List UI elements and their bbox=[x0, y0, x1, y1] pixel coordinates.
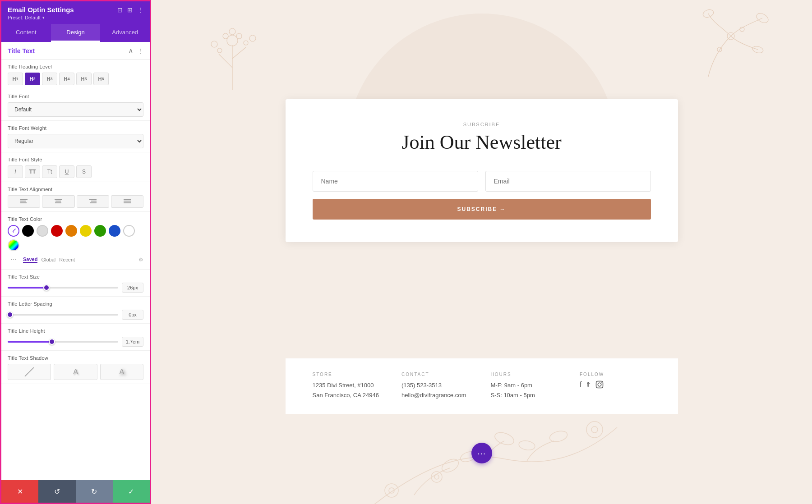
svg-point-19 bbox=[236, 33, 242, 39]
svg-rect-8 bbox=[90, 202, 97, 203]
color-tab-global[interactable]: Global bbox=[41, 257, 55, 262]
title-text-shadow-label: Title Text Shadow bbox=[8, 355, 143, 361]
heading-h4-btn[interactable]: H4 bbox=[59, 73, 74, 85]
color-swatches-row bbox=[8, 225, 143, 251]
title-text-size-group: Title Text Size 26px bbox=[1, 270, 150, 297]
follow-title: FOLLOW bbox=[580, 372, 651, 377]
color-yellow[interactable] bbox=[80, 225, 92, 237]
undo-button[interactable]: ↺ bbox=[38, 480, 75, 503]
underline-btn[interactable]: U bbox=[59, 165, 74, 178]
tab-advanced[interactable]: Advanced bbox=[100, 24, 150, 42]
more-options-icon[interactable]: ⋮ bbox=[137, 6, 143, 14]
title-font-weight-group: Title Font Weight Regular Bold Light bbox=[1, 121, 150, 152]
tab-design[interactable]: Design bbox=[51, 24, 101, 42]
line-height-track[interactable] bbox=[8, 341, 118, 343]
shadow-style1-btn[interactable]: A bbox=[54, 364, 97, 380]
title-font-weight-label: Title Font Weight bbox=[8, 125, 143, 131]
heading-h1-btn[interactable]: H1 bbox=[8, 73, 23, 85]
title-alignment-group: Title Text Alignment bbox=[1, 182, 150, 212]
tab-content[interactable]: Content bbox=[1, 24, 51, 42]
strikethrough-btn[interactable]: S bbox=[76, 165, 92, 178]
svg-point-40 bbox=[431, 472, 442, 482]
store-title: STORE bbox=[313, 372, 384, 377]
letter-spacing-track[interactable] bbox=[8, 314, 118, 316]
heading-h2-btn[interactable]: H2 bbox=[25, 73, 40, 85]
color-custom[interactable] bbox=[8, 239, 19, 251]
capitalize-btn[interactable]: Tt bbox=[42, 165, 57, 178]
section-more-icon[interactable]: ⋮ bbox=[137, 47, 143, 55]
shadow-preview-row: A A bbox=[8, 364, 143, 380]
shadow-none-btn[interactable] bbox=[8, 364, 51, 380]
redo-button[interactable]: ↻ bbox=[76, 480, 113, 503]
heading-h6-btn[interactable]: H6 bbox=[93, 73, 109, 85]
line-height-value[interactable]: 1.7em bbox=[122, 337, 143, 347]
svg-rect-7 bbox=[91, 201, 97, 202]
email-card: SUBSCRIBE Join Our Newsletter SUBSCRIBE … bbox=[286, 99, 678, 242]
svg-rect-4 bbox=[55, 201, 61, 202]
panel-title: Email Optin Settings bbox=[8, 6, 74, 14]
italic-btn[interactable]: I bbox=[8, 165, 23, 178]
floral-top-left bbox=[187, 9, 277, 99]
heading-h3-btn[interactable]: H3 bbox=[42, 73, 57, 85]
shadow-style2-btn[interactable]: A bbox=[100, 364, 143, 380]
svg-rect-5 bbox=[55, 202, 61, 203]
preset-arrow: ▾ bbox=[42, 15, 45, 20]
color-green[interactable] bbox=[94, 225, 106, 237]
title-font-weight-select[interactable]: Regular Bold Light bbox=[8, 134, 143, 148]
title-font-group: Title Font Default Arial Georgia bbox=[1, 89, 150, 121]
align-center-btn[interactable] bbox=[42, 195, 74, 208]
fab-button[interactable]: ··· bbox=[471, 443, 492, 463]
color-orange[interactable] bbox=[65, 225, 77, 237]
color-tab-recent[interactable]: Recent bbox=[59, 257, 75, 262]
title-text-size-label: Title Text Size bbox=[8, 274, 143, 279]
title-line-height-label: Title Line Height bbox=[8, 328, 143, 334]
color-more-dots[interactable]: ··· bbox=[8, 254, 19, 266]
svg-rect-10 bbox=[124, 201, 131, 202]
color-black[interactable] bbox=[22, 225, 34, 237]
settings-panel: Email Optin Settings ⊡ ⊞ ⋮ Preset: Defau… bbox=[0, 0, 151, 504]
color-red[interactable] bbox=[51, 225, 63, 237]
svg-rect-3 bbox=[55, 199, 62, 200]
svg-point-16 bbox=[227, 35, 238, 46]
align-right-btn[interactable] bbox=[77, 195, 109, 208]
panel-tabs: Content Design Advanced bbox=[1, 24, 150, 42]
svg-rect-12 bbox=[13, 231, 14, 233]
cancel-button[interactable]: ✕ bbox=[1, 480, 38, 503]
color-white[interactable] bbox=[123, 225, 135, 237]
title-font-select[interactable]: Default Arial Georgia bbox=[8, 102, 143, 117]
color-light-gray[interactable] bbox=[37, 225, 48, 237]
panel-footer: ✕ ↺ ↻ ✓ bbox=[1, 480, 150, 503]
color-settings-icon[interactable]: ⚙ bbox=[138, 257, 143, 263]
align-left-btn[interactable] bbox=[8, 195, 40, 208]
title-letter-spacing-label: Title Letter Spacing bbox=[8, 301, 143, 307]
newsletter-title: Join Our Newsletter bbox=[313, 131, 651, 155]
svg-rect-6 bbox=[89, 199, 97, 200]
uppercase-btn[interactable]: TT bbox=[25, 165, 40, 178]
svg-point-41 bbox=[434, 475, 439, 479]
text-size-slider-field: 26px bbox=[8, 283, 143, 293]
layout-icon[interactable]: ⊞ bbox=[127, 6, 133, 14]
svg-line-15 bbox=[232, 47, 246, 59]
preset-label[interactable]: Preset: Default ▾ bbox=[8, 15, 143, 20]
svg-rect-11 bbox=[124, 202, 131, 203]
name-input[interactable] bbox=[313, 171, 478, 192]
svg-point-42 bbox=[586, 422, 603, 438]
title-line-height-group: Title Line Height 1.7em bbox=[1, 324, 150, 351]
text-size-track[interactable] bbox=[8, 287, 118, 289]
text-size-value[interactable]: 26px bbox=[122, 283, 143, 293]
color-tab-saved[interactable]: Saved bbox=[23, 257, 37, 263]
collapse-button[interactable]: ∧ bbox=[128, 47, 134, 55]
save-button[interactable]: ✓ bbox=[113, 480, 150, 503]
email-input[interactable] bbox=[485, 171, 651, 192]
copy-icon[interactable]: ⊡ bbox=[117, 6, 123, 14]
align-justify-btn[interactable] bbox=[111, 195, 143, 208]
letter-spacing-value[interactable]: 0px bbox=[122, 310, 143, 320]
svg-point-23 bbox=[249, 35, 256, 41]
subscribe-label: SUBSCRIBE bbox=[313, 122, 651, 127]
eyedropper-btn[interactable] bbox=[8, 225, 19, 237]
subscribe-button[interactable]: SUBSCRIBE → bbox=[313, 199, 651, 220]
color-blue[interactable] bbox=[109, 225, 120, 237]
title-text-shadow-group: Title Text Shadow A A bbox=[1, 351, 150, 384]
heading-h5-btn[interactable]: H5 bbox=[76, 73, 92, 85]
title-letter-spacing-group: Title Letter Spacing 0px bbox=[1, 297, 150, 324]
